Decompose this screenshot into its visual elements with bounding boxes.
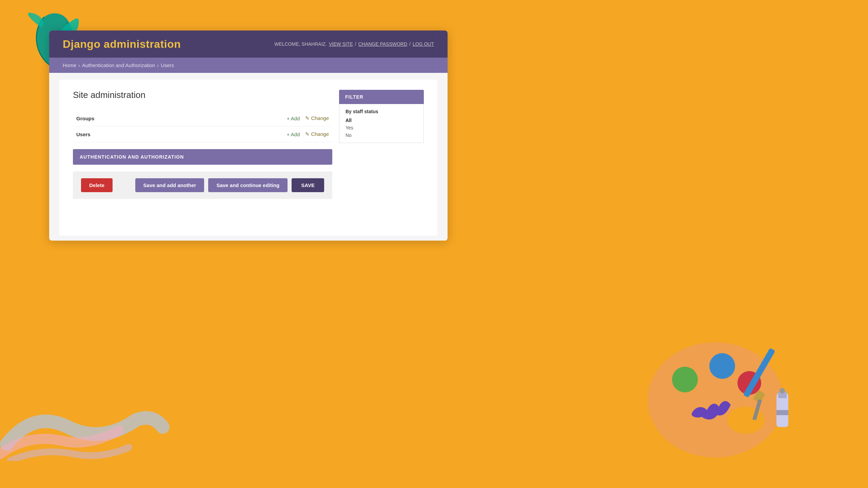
- breadcrumb-auth[interactable]: Authentication and Authorization: [82, 62, 155, 68]
- users-change-link[interactable]: ✎ Change: [305, 131, 329, 137]
- svg-rect-10: [776, 410, 788, 415]
- nav-separator-1: /: [355, 41, 356, 47]
- paint-palette-decoration: [641, 325, 817, 468]
- view-site-link[interactable]: VIEW SITE: [329, 41, 353, 47]
- breadcrumb-home[interactable]: Home: [63, 62, 76, 68]
- welcome-text: WELCOME, SHAHRAIZ.: [274, 41, 327, 47]
- content-left: Site administration Groups + Add ✎ Chang…: [73, 90, 332, 225]
- groups-add-link[interactable]: + Add: [287, 116, 300, 121]
- filter-header: FILTER: [339, 90, 424, 104]
- users-actions: + Add ✎ Change: [144, 131, 329, 137]
- groups-change-link[interactable]: ✎ Change: [305, 115, 329, 121]
- breadcrumb-current: Users: [161, 62, 174, 68]
- filter-group-title: By staff status: [346, 109, 417, 114]
- filter-title: FILTER: [345, 94, 363, 100]
- section-title: AUTHENTICATION AND AUTHORIZATION: [80, 154, 184, 160]
- filter-option-yes[interactable]: Yes: [346, 125, 417, 130]
- groups-label: Groups: [73, 110, 141, 126]
- header: Django administration WELCOME, SHAHRAIZ.…: [49, 30, 448, 58]
- table-row: Groups + Add ✎ Change: [73, 110, 332, 126]
- app-title: Django administration: [63, 38, 181, 50]
- page-title: Site administration: [73, 90, 332, 100]
- groups-actions: + Add ✎ Change: [144, 115, 329, 121]
- filter-options-list: All Yes No: [346, 118, 417, 138]
- svg-rect-6: [753, 390, 765, 403]
- svg-point-2: [672, 367, 698, 392]
- filter-option-no[interactable]: No: [346, 133, 417, 138]
- filter-sidebar: FILTER By staff status All Yes No: [339, 90, 424, 225]
- users-label: Users: [73, 126, 141, 142]
- save-button[interactable]: SAVE: [292, 178, 324, 192]
- svg-point-9: [780, 388, 785, 393]
- svg-rect-8: [778, 391, 787, 398]
- delete-button[interactable]: Delete: [81, 178, 113, 192]
- users-add-link[interactable]: + Add: [287, 131, 300, 137]
- breadcrumb-arrow-1: ›: [78, 62, 80, 68]
- nav-separator-2: /: [409, 41, 411, 47]
- breadcrumb: Home › Authentication and Authorization …: [49, 58, 448, 73]
- logout-link[interactable]: LOG OUT: [413, 41, 434, 47]
- filter-body: By staff status All Yes No: [339, 104, 424, 143]
- filter-option-all[interactable]: All: [346, 118, 417, 123]
- brush-strokes-decoration: [0, 359, 170, 461]
- breadcrumb-arrow-2: ›: [157, 62, 159, 68]
- save-add-button[interactable]: Save and add another: [135, 178, 204, 192]
- header-navigation: WELCOME, SHAHRAIZ. VIEW SITE / CHANGE PA…: [274, 41, 434, 47]
- save-continue-button[interactable]: Save and continue editing: [208, 178, 288, 192]
- svg-point-1: [727, 407, 765, 434]
- svg-rect-7: [776, 393, 788, 427]
- svg-point-0: [648, 342, 783, 458]
- section-header: AUTHENTICATION AND AUTHORIZATION: [73, 149, 332, 165]
- action-buttons-area: Delete Save and add another Save and con…: [73, 171, 332, 199]
- main-window: Django administration WELCOME, SHAHRAIZ.…: [49, 30, 448, 241]
- table-row: Users + Add ✎ Change: [73, 126, 332, 142]
- main-content-area: Site administration Groups + Add ✎ Chang…: [59, 80, 437, 236]
- change-password-link[interactable]: CHANGE PASSWORD: [358, 41, 407, 47]
- svg-point-4: [737, 371, 761, 395]
- admin-table: Groups + Add ✎ Change Users + Add: [73, 110, 332, 142]
- svg-point-3: [709, 353, 735, 379]
- svg-rect-5: [743, 348, 775, 398]
